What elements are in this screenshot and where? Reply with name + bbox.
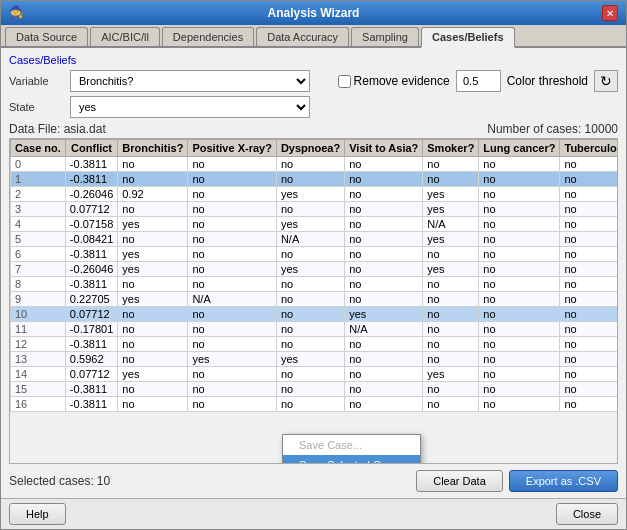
tab-content: Cases/Beliefs Variable Bronchitis? Remov… [1, 48, 626, 498]
data-table-container: Case no. Conflict Bronchitis? Positive X… [9, 138, 618, 464]
state-label: State [9, 101, 64, 113]
table-row[interactable]: 0-0.3811nonononononono [11, 157, 618, 172]
selected-cases-info: Selected cases: 10 [9, 474, 110, 488]
table-row[interactable]: 11-0.17801nononoN/Anonono [11, 322, 618, 337]
main-window: 🧙 Analysis Wizard ✕ Data Source AIC/BIC/… [0, 0, 627, 530]
tab-sampling[interactable]: Sampling [351, 27, 419, 46]
context-menu: Save Case... Save Selected Cases Explain… [282, 434, 421, 464]
state-row: State yes [9, 96, 618, 118]
table-row[interactable]: 2-0.260460.92noyesnoyesnono [11, 187, 618, 202]
help-button[interactable]: Help [9, 503, 66, 525]
col-header-asia: Visit to Asia? [345, 140, 423, 157]
variable-row: Variable Bronchitis? Remove evidence Col… [9, 70, 618, 92]
table-row[interactable]: 4-0.07158yesnoyesnoN/Anono [11, 217, 618, 232]
window-title: Analysis Wizard [25, 6, 602, 20]
data-file-label: Data File: asia.dat [9, 122, 106, 136]
table-row[interactable]: 100.07712nononoyesnonono [11, 307, 618, 322]
table-body: 0-0.3811nonononononono1-0.3811nonononono… [11, 157, 618, 412]
action-buttons: Clear Data Export as .CSV [416, 470, 618, 492]
table-row[interactable]: 7-0.26046yesnoyesnoyesnono [11, 262, 618, 277]
title-bar: 🧙 Analysis Wizard ✕ [1, 1, 626, 25]
tab-data-accuracy[interactable]: Data Accuracy [256, 27, 349, 46]
variable-select[interactable]: Bronchitis? [70, 70, 310, 92]
color-threshold-label: Color threshold [507, 74, 588, 88]
table-row[interactable]: 8-0.3811nonononononono [11, 277, 618, 292]
context-menu-save-case: Save Case... [283, 435, 420, 455]
clear-data-button[interactable]: Clear Data [416, 470, 503, 492]
table-row[interactable]: 90.22705yesN/Anonononono [11, 292, 618, 307]
table-row[interactable]: 15-0.3811nonononononono [11, 382, 618, 397]
table-row[interactable]: 16-0.3811nonononononono [11, 397, 618, 412]
cases-table: Case no. Conflict Bronchitis? Positive X… [10, 139, 617, 412]
selected-cases-label: Selected cases: [9, 474, 94, 488]
remove-evidence-label[interactable]: Remove evidence [338, 74, 450, 88]
tab-data-source[interactable]: Data Source [5, 27, 88, 46]
col-header-caseno: Case no. [11, 140, 66, 157]
table-row[interactable]: 5-0.08421nonoN/Anoyesnono [11, 232, 618, 247]
remove-evidence-checkbox[interactable] [338, 75, 351, 88]
threshold-input[interactable] [456, 70, 501, 92]
table-row[interactable]: 140.07712yesnononoyesnono [11, 367, 618, 382]
context-menu-save-selected[interactable]: Save Selected Cases [283, 455, 420, 464]
export-csv-button[interactable]: Export as .CSV [509, 470, 618, 492]
table-header-row: Case no. Conflict Bronchitis? Positive X… [11, 140, 618, 157]
tab-bar: Data Source AIC/BIC/ll Dependencies Data… [1, 25, 626, 48]
selected-cases-count: 10 [97, 474, 110, 488]
col-header-conflict: Conflict [65, 140, 117, 157]
table-scroll-area[interactable]: Case no. Conflict Bronchitis? Positive X… [10, 139, 617, 463]
col-header-dyspnoea: Dyspnoea? [276, 140, 344, 157]
table-row[interactable]: 12-0.3811nonononononono [11, 337, 618, 352]
table-row[interactable]: 30.07712nonononoyesnono [11, 202, 618, 217]
refresh-button[interactable]: ↻ [594, 70, 618, 92]
tab-dependencies[interactable]: Dependencies [162, 27, 254, 46]
table-row[interactable]: 1-0.3811nonononononono [11, 172, 618, 187]
app-icon: 🧙 [9, 5, 25, 21]
window-footer: Help Close [1, 498, 626, 529]
bottom-bar: Selected cases: 10 Clear Data Export as … [9, 470, 618, 492]
breadcrumb: Cases/Beliefs [9, 54, 618, 66]
cases-count-label: Number of cases: 10000 [487, 122, 618, 136]
data-info-bar: Data File: asia.dat Number of cases: 100… [9, 122, 618, 136]
col-header-tb: Tuberculo [560, 140, 617, 157]
col-header-bronchitis: Bronchitis? [118, 140, 188, 157]
evidence-controls: Remove evidence Color threshold ↻ [338, 70, 618, 92]
close-button[interactable]: Close [556, 503, 618, 525]
state-select[interactable]: yes [70, 96, 310, 118]
variable-label: Variable [9, 75, 64, 87]
tab-aic-bic-ll[interactable]: AIC/BIC/ll [90, 27, 160, 46]
tab-cases-beliefs[interactable]: Cases/Beliefs [421, 27, 515, 48]
table-row[interactable]: 6-0.3811yesnononononono [11, 247, 618, 262]
col-header-xray: Positive X-ray? [188, 140, 276, 157]
col-header-lung: Lung cancer? [479, 140, 560, 157]
table-row[interactable]: 130.5962noyesyesnononono [11, 352, 618, 367]
close-window-button[interactable]: ✕ [602, 5, 618, 21]
col-header-smoker: Smoker? [423, 140, 479, 157]
